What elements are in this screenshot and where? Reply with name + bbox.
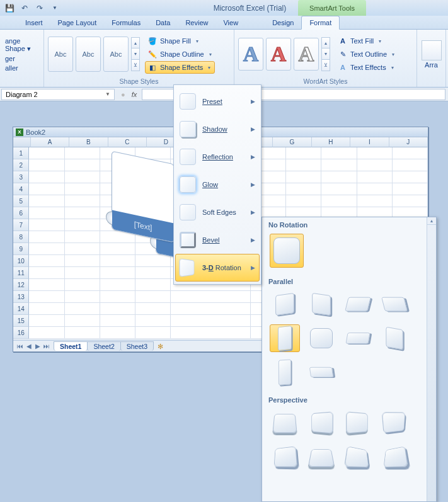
- row-header[interactable]: 3: [13, 171, 29, 183]
- rotation-option[interactable]: [270, 443, 300, 471]
- row-header[interactable]: 7: [13, 219, 29, 231]
- rotation-option[interactable]: [379, 443, 410, 471]
- cell[interactable]: [286, 147, 321, 159]
- rotation-option[interactable]: [270, 358, 300, 386]
- cell[interactable]: [357, 171, 393, 183]
- cell[interactable]: [100, 327, 135, 339]
- prev-sheet-icon[interactable]: ◀: [25, 343, 33, 350]
- gallery-scrollbar[interactable]: ▴: [427, 217, 436, 501]
- last-sheet-icon[interactable]: ⏭: [42, 343, 51, 350]
- cell[interactable]: [29, 207, 64, 219]
- rotation-option[interactable]: [343, 290, 373, 318]
- cell[interactable]: [29, 231, 64, 243]
- cell[interactable]: [65, 327, 100, 339]
- row-header[interactable]: 10: [13, 255, 29, 267]
- col-header[interactable]: C: [108, 137, 147, 147]
- rotation-option[interactable]: [306, 324, 336, 352]
- menu-item-3d-rotation[interactable]: 3-D Rotation ▶: [175, 254, 260, 282]
- wordart-preset[interactable]: A: [266, 38, 291, 71]
- cell[interactable]: [100, 315, 135, 327]
- rotation-option[interactable]: [343, 409, 373, 436]
- cell[interactable]: [29, 279, 64, 291]
- cell[interactable]: [171, 303, 251, 315]
- menu-item-soft-edges[interactable]: Soft Edges ▶: [175, 198, 260, 226]
- rotation-option[interactable]: [306, 290, 336, 318]
- text-fill-button[interactable]: A Text Fill: [335, 35, 398, 47]
- cell[interactable]: [357, 195, 393, 207]
- cell[interactable]: [286, 183, 321, 195]
- cell[interactable]: [135, 315, 171, 327]
- row-header[interactable]: 15: [13, 315, 29, 327]
- gallery-down-icon[interactable]: ▾: [131, 48, 140, 60]
- cell[interactable]: [357, 183, 393, 195]
- save-icon[interactable]: 💾: [4, 3, 15, 14]
- rotation-option[interactable]: [270, 409, 300, 436]
- row-header[interactable]: 1: [13, 147, 29, 159]
- shape-style-preset[interactable]: Abc: [48, 37, 73, 72]
- cell[interactable]: [65, 279, 100, 291]
- cell[interactable]: [65, 195, 100, 207]
- col-header[interactable]: A: [31, 137, 69, 147]
- text-effects-button[interactable]: A Text Effects: [335, 61, 398, 74]
- rotation-option[interactable]: [306, 443, 336, 471]
- row-header[interactable]: 13: [13, 291, 29, 303]
- col-header[interactable]: I: [350, 137, 389, 147]
- row-header[interactable]: 9: [13, 243, 29, 255]
- smaller-button[interactable]: aller: [4, 64, 40, 72]
- cell[interactable]: [393, 147, 428, 159]
- tab-page-layout[interactable]: Page Layout: [50, 16, 105, 29]
- fx-label[interactable]: fx: [132, 91, 137, 98]
- tab-view[interactable]: View: [215, 16, 246, 29]
- text-outline-button[interactable]: ✎ Text Outline: [335, 48, 398, 60]
- cell[interactable]: [65, 231, 100, 243]
- row-header[interactable]: 4: [13, 183, 29, 195]
- cell[interactable]: [29, 147, 64, 159]
- cell[interactable]: [65, 291, 100, 303]
- cell[interactable]: [29, 255, 64, 267]
- shape-fill-button[interactable]: 🪣 Shape Fill: [145, 35, 215, 47]
- chevron-down-icon[interactable]: ▼: [105, 91, 110, 97]
- rotation-option-none[interactable]: [270, 234, 304, 268]
- cell[interactable]: [65, 219, 100, 231]
- cell[interactable]: [135, 327, 171, 339]
- cell[interactable]: [29, 291, 64, 303]
- cell[interactable]: [321, 195, 357, 207]
- cell[interactable]: [393, 159, 428, 171]
- rotation-option[interactable]: [306, 409, 336, 436]
- cell[interactable]: [321, 183, 357, 195]
- sheet-tab[interactable]: Sheet2: [87, 341, 120, 351]
- menu-item-bevel[interactable]: Bevel ▶: [175, 226, 260, 254]
- shape-outline-button[interactable]: ✏️ Shape Outline: [145, 48, 215, 60]
- rotation-option[interactable]: [306, 358, 336, 386]
- cell[interactable]: [29, 327, 64, 339]
- rotation-option[interactable]: [343, 324, 373, 352]
- rotation-option[interactable]: [343, 443, 373, 471]
- first-sheet-icon[interactable]: ⏮: [16, 343, 25, 350]
- rotation-option[interactable]: [379, 290, 410, 318]
- gallery-down-icon[interactable]: ▾: [321, 48, 330, 60]
- cell[interactable]: [286, 171, 321, 183]
- col-header[interactable]: J: [389, 137, 428, 147]
- cell[interactable]: [171, 315, 251, 327]
- cell[interactable]: [29, 183, 64, 195]
- row-header[interactable]: 12: [13, 279, 29, 291]
- cell[interactable]: [65, 267, 100, 279]
- cell[interactable]: [65, 303, 100, 315]
- cell[interactable]: [135, 303, 171, 315]
- cell[interactable]: [29, 267, 64, 279]
- cell[interactable]: [65, 315, 100, 327]
- cell[interactable]: [29, 171, 64, 183]
- cell[interactable]: [65, 207, 100, 219]
- cell[interactable]: [65, 171, 100, 183]
- larger-button[interactable]: ger: [4, 54, 40, 63]
- undo-icon[interactable]: ↶: [19, 3, 30, 14]
- redo-icon[interactable]: ↷: [34, 3, 45, 14]
- row-header[interactable]: 16: [13, 327, 29, 339]
- gallery-more-icon[interactable]: ⊻: [321, 60, 330, 71]
- change-shape-button[interactable]: ange Shape ▾: [4, 37, 40, 54]
- cell[interactable]: [286, 195, 321, 207]
- row-header[interactable]: 2: [13, 159, 29, 171]
- cell[interactable]: [100, 303, 135, 315]
- cell[interactable]: [29, 195, 64, 207]
- arrange-icon[interactable]: [422, 40, 442, 60]
